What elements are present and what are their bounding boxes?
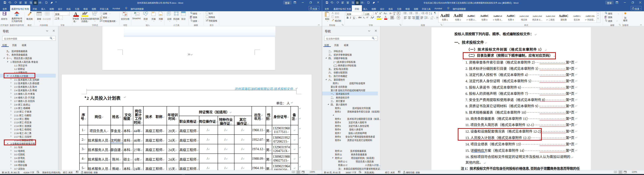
svg-text:A: A xyxy=(389,12,391,14)
svg-text:字: 字 xyxy=(398,16,400,19)
svg-text:i: i xyxy=(93,14,93,16)
svg-text:3: 3 xyxy=(410,14,410,14)
svg-text:Z: Z xyxy=(429,14,430,15)
svg-text:A: A xyxy=(429,12,430,14)
svg-text:A: A xyxy=(370,16,372,19)
svg-text:ac: ac xyxy=(604,17,606,19)
svg-text:ac: ac xyxy=(190,17,192,19)
